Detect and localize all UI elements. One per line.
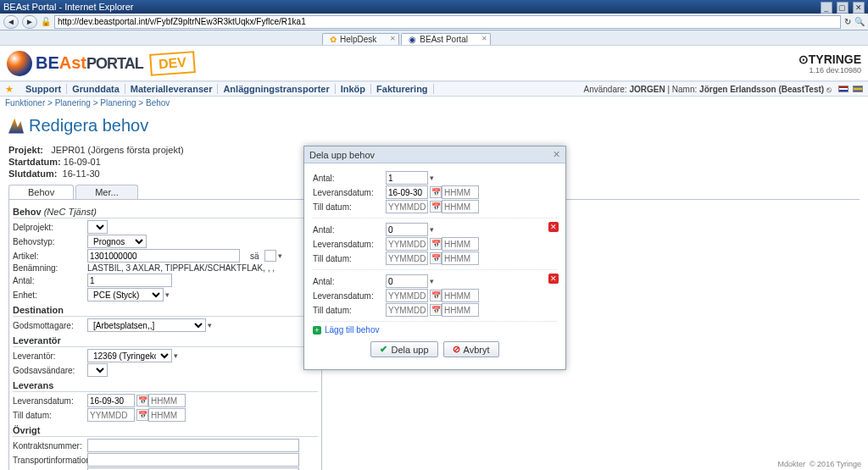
- tilldatum-input[interactable]: [87, 408, 135, 422]
- antal-input[interactable]: [87, 274, 172, 287]
- section-behov: Behov (NeC Tjänst): [13, 207, 318, 218]
- menu-grunddata[interactable]: Grunddata: [67, 84, 125, 94]
- till-time-input[interactable]: [442, 303, 479, 317]
- menu-anlaggningstransporter[interactable]: Anläggningstransporter: [218, 84, 335, 94]
- breadcrumb: Funktioner > Planering > Planering > Beh…: [0, 97, 868, 109]
- till-time-input[interactable]: [442, 252, 479, 265]
- behov-group-3: ✕ Antal:▾ Leveransdatum:📅 Till datum:📅: [313, 272, 557, 322]
- calendar-icon[interactable]: 📅: [430, 238, 442, 250]
- lock-icon: 🔓: [41, 17, 51, 26]
- menu-inkop[interactable]: Inköp: [336, 84, 371, 94]
- godsavsandare-select[interactable]: [87, 363, 108, 377]
- chevron-down-icon[interactable]: ▾: [278, 252, 282, 260]
- language-flags[interactable]: [837, 84, 863, 94]
- behovstyp-select[interactable]: Prognos: [87, 235, 147, 248]
- calendar-icon[interactable]: 📅: [430, 304, 442, 316]
- logout-icon[interactable]: ⎋: [826, 85, 832, 94]
- calendar-icon[interactable]: 📅: [430, 186, 442, 198]
- tab-helpdesk[interactable]: ✿HelpDesk✕: [322, 33, 399, 45]
- behov-group-1: Antal:▾ Leveransdatum:📅 Till datum:📅: [313, 169, 557, 218]
- favorite-icon[interactable]: ★: [5, 84, 14, 95]
- flag-se-icon: [853, 86, 863, 92]
- back-button[interactable]: ◄: [3, 15, 19, 29]
- section-leverantor: Leverantör: [13, 335, 318, 347]
- artikel-input[interactable]: [87, 249, 240, 263]
- tilldatum-time-input[interactable]: [148, 408, 186, 422]
- add-behov-link[interactable]: +Lägg till behov: [313, 325, 557, 335]
- address-bar: ◄ ► 🔓 ↻ 🔍: [0, 14, 868, 30]
- menu-fakturering[interactable]: Fakturering: [371, 84, 434, 94]
- delete-icon[interactable]: ✕: [548, 274, 559, 284]
- tab-mer[interactable]: Mer...: [75, 185, 138, 199]
- app-header: BEAstPORTAL DEV ⊙TYRINGE 1.16 dev.10980: [0, 46, 868, 81]
- lev-date-input[interactable]: [386, 237, 428, 251]
- till-date-input[interactable]: [386, 200, 428, 213]
- calendar-icon[interactable]: 📅: [430, 290, 442, 301]
- close-icon[interactable]: ✕: [853, 2, 865, 14]
- browser-tabs: ✿HelpDesk✕ ◉BEAst Portal✕: [0, 30, 868, 46]
- godsmottagare-select[interactable]: [Arbetsplatsen,,]: [87, 318, 206, 332]
- leverantor-select[interactable]: 12369 (Tyringekonsult AB): [87, 349, 172, 362]
- url-input[interactable]: [54, 15, 841, 29]
- dialog-delaupp-button[interactable]: ✔Dela upp: [370, 341, 437, 357]
- transportinformation-input[interactable]: [87, 453, 299, 467]
- lev-time-input[interactable]: [442, 185, 479, 199]
- calendar-icon[interactable]: 📅: [136, 409, 148, 421]
- lev-date-input[interactable]: [386, 289, 428, 302]
- menu-materialleveranser[interactable]: Materialleveranser: [125, 84, 219, 94]
- delete-icon[interactable]: ✕: [548, 222, 559, 232]
- page-title: Redigera behov: [8, 116, 860, 135]
- tab-beast-portal[interactable]: ◉BEAst Portal✕: [401, 33, 491, 45]
- vendor-brand: ⊙TYRINGE 1.16 dev.10980: [798, 53, 861, 75]
- maximize-icon[interactable]: ▢: [837, 2, 849, 14]
- window-title: BEAst Portal - Internet Explorer: [3, 0, 133, 14]
- section-leverans: Leverans: [13, 380, 318, 392]
- till-time-input[interactable]: [442, 200, 479, 213]
- dev-badge: DEV: [149, 51, 196, 76]
- calendar-icon[interactable]: 📅: [430, 201, 442, 213]
- lev-time-input[interactable]: [442, 237, 479, 251]
- page-footer: Mdokter © 2016 Tyringe: [777, 460, 861, 468]
- leveransdatum-input[interactable]: [87, 394, 135, 407]
- form-panel: Behov (NeC Tjänst) Delprojekt: Behovstyp…: [8, 200, 322, 470]
- close-icon[interactable]: ✕: [390, 35, 396, 42]
- lev-time-input[interactable]: [442, 289, 479, 302]
- till-date-input[interactable]: [386, 252, 428, 265]
- dialog-avbryt-button[interactable]: ⊘Avbryt: [443, 341, 499, 357]
- plus-icon: +: [313, 326, 321, 335]
- minimize-icon[interactable]: _: [821, 2, 832, 14]
- tab-behov[interactable]: Behov: [8, 185, 74, 199]
- dialog-header[interactable]: Dela upp behov ✕: [304, 147, 565, 163]
- chart-icon: [8, 119, 24, 134]
- antal-input[interactable]: [386, 223, 428, 236]
- benamning-text: LASTBIL, 3 AXLAR, TIPPFLAK/SCHAKTFLAK, ,…: [87, 263, 275, 273]
- logo-icon: [7, 51, 32, 76]
- calendar-icon[interactable]: 📅: [136, 395, 148, 406]
- kontraktsnummer-input[interactable]: [87, 439, 299, 452]
- sa-checkbox[interactable]: [264, 250, 276, 262]
- lev-date-input[interactable]: [386, 185, 428, 199]
- close-icon[interactable]: ✕: [481, 35, 487, 42]
- logo: BEAstPORTAL DEV: [7, 51, 195, 76]
- antal-input[interactable]: [386, 171, 428, 185]
- till-date-input[interactable]: [386, 303, 428, 317]
- enhet-select[interactable]: PCE (Styck): [87, 288, 164, 301]
- delprojekt-select[interactable]: [87, 220, 108, 234]
- section-ovrigt: Övrigt: [13, 425, 318, 437]
- search-icon[interactable]: 🔍: [854, 17, 865, 26]
- flag-uk-icon: [838, 86, 849, 92]
- leveransdatum-time-input[interactable]: [148, 394, 186, 407]
- window-buttons: _ ▢ ✕: [819, 0, 865, 14]
- antal-input[interactable]: [386, 274, 428, 288]
- refresh-icon[interactable]: ↻: [844, 17, 851, 26]
- section-destination: Destination: [13, 305, 318, 317]
- menu-support[interactable]: Support: [20, 84, 67, 94]
- calendar-icon[interactable]: 📅: [430, 252, 442, 264]
- behov-group-2: ✕ Antal:▾ Leveransdatum:📅 Till datum:📅: [313, 220, 557, 270]
- forward-button[interactable]: ►: [22, 15, 37, 29]
- user-info: Användare: JORGEN | Namn: Jörgen Erlands…: [584, 85, 832, 94]
- dialog-close-icon[interactable]: ✕: [553, 149, 560, 160]
- dela-upp-dialog: Dela upp behov ✕ Antal:▾ Leveransdatum:📅…: [303, 146, 566, 370]
- main-menu: ★ Support Grunddata Materialleveranser A…: [0, 81, 868, 97]
- window-titlebar: BEAst Portal - Internet Explorer _ ▢ ✕: [0, 0, 868, 14]
